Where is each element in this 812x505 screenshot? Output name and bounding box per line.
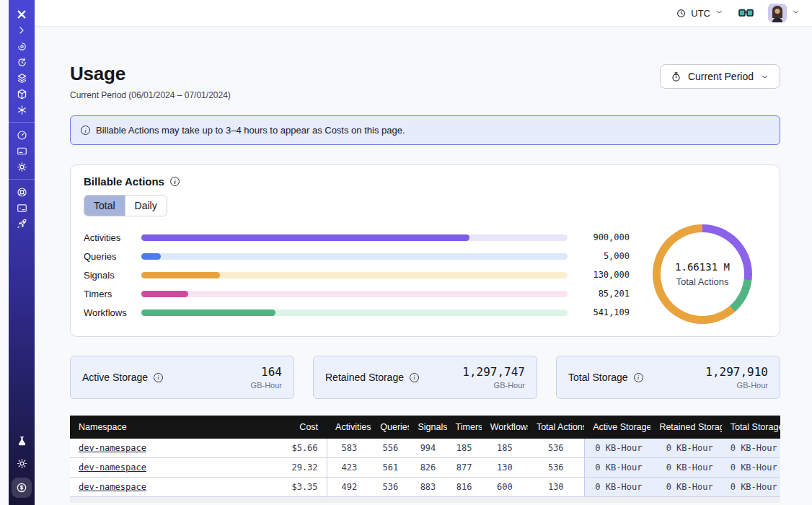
info-icon[interactable]: i — [170, 177, 180, 186]
bar-label: Queries — [84, 251, 131, 262]
billable-bar-row: Queries 5,000 — [84, 251, 630, 260]
table-header-row: NamespaceCostActivitiesQueriesSignalsTim… — [70, 416, 780, 439]
billable-actions-card: Billable Actions i Total Daily Activitie… — [70, 164, 780, 337]
cell-active-storage: 0 KB-Hour — [584, 478, 650, 497]
total-actions-donut: 1.66131 M Total Actions — [648, 224, 756, 325]
bar-value: 5,000 — [578, 251, 630, 261]
info-icon[interactable]: i — [410, 373, 419, 382]
bar-track — [141, 253, 568, 260]
namespaces-spiral-icon[interactable] — [12, 38, 32, 54]
bar-track — [141, 291, 568, 297]
labs-flask-icon[interactable] — [12, 433, 32, 449]
support-lifebuoy-icon[interactable] — [12, 184, 32, 200]
cell-queries: 556 — [371, 439, 409, 458]
total-storage-value: 1,297,910 — [705, 365, 768, 379]
active-storage-unit: GB-Hour — [251, 381, 282, 390]
cell-workflows: 600 — [482, 478, 528, 497]
settings-gear-icon[interactable] — [12, 159, 32, 175]
cell-queries: 536 — [371, 478, 409, 497]
period-button-label: Current Period — [688, 71, 754, 82]
info-icon: i — [81, 126, 90, 135]
namespace-link[interactable]: dev-namespace — [79, 462, 146, 473]
cell-retained-storage: 0 KB-Hour — [650, 478, 721, 497]
column-header-timers: Timers — [447, 416, 482, 439]
temporal-logo[interactable] — [12, 6, 32, 22]
page-content: Usage Current Period (06/01/2024 – 07/01… — [35, 27, 812, 505]
schedules-retry-clock-icon[interactable] — [12, 54, 32, 70]
bar-fill — [141, 253, 161, 260]
table-row: dev-namespace29.324235618268771305360 KB… — [70, 458, 780, 478]
billing-card-icon[interactable] — [12, 143, 32, 159]
page-title: Usage — [70, 63, 231, 85]
cell-total-actions: 130 — [528, 478, 584, 497]
active-storage-card: Active Storage i 164 GB-Hour — [70, 356, 294, 399]
main-area: UTC Usage Current Period (06/01/2024 – 0… — [35, 0, 812, 505]
user-menu[interactable] — [768, 4, 800, 22]
sidebar-bottom-group — [12, 433, 32, 498]
donut-total-label: Total Actions — [676, 276, 729, 287]
page-subtitle: Current Period (06/01/2024 – 07/01/2024) — [70, 90, 231, 100]
chevron-down-icon — [715, 7, 724, 19]
bar-value: 85,201 — [578, 289, 630, 299]
billable-bar-row: Activities 900,000 — [84, 232, 630, 242]
period-selector-button[interactable]: Current Period — [660, 64, 780, 89]
bar-label: Workflows — [84, 307, 131, 318]
column-header-workflows: Workflows — [482, 416, 528, 439]
cube-icon[interactable] — [12, 86, 32, 102]
retained-storage-value: 1,297,747 — [462, 365, 525, 379]
usage-gauge-icon[interactable] — [12, 127, 32, 143]
cell-total-storage: 0 KB-Hour — [722, 458, 780, 478]
total-storage-unit: GB-Hour — [705, 381, 768, 390]
stopwatch-icon — [671, 71, 681, 82]
table-row: dev-namespace$3.354925368838166001300 KB… — [70, 478, 780, 497]
billing-dollar-icon[interactable] — [12, 478, 32, 498]
partial-next-row — [70, 497, 780, 503]
bar-track — [141, 234, 568, 241]
cell-signals: 826 — [409, 458, 446, 478]
terminal-icon[interactable] — [12, 200, 32, 216]
cell-workflows: 130 — [482, 458, 528, 478]
tab-daily[interactable]: Daily — [125, 196, 167, 216]
banner-text: Billable Actions may take up to 3–4 hour… — [96, 125, 405, 136]
timezone-selector[interactable]: UTC — [676, 7, 724, 19]
user-avatar — [768, 4, 787, 22]
left-gutter — [0, 0, 9, 505]
namespace-link[interactable]: dev-namespace — [79, 482, 146, 492]
nexus-asterisk-icon[interactable] — [12, 102, 32, 118]
bar-label: Activities — [84, 232, 131, 243]
cell-namespace: dev-namespace — [70, 458, 253, 478]
billable-bar-row: Workflows 541,109 — [84, 307, 630, 317]
glasses-icon[interactable] — [738, 9, 754, 18]
usage-table: NamespaceCostActivitiesQueriesSignalsTim… — [70, 416, 780, 503]
chevron-right-icon[interactable] — [12, 22, 32, 38]
cell-cost: $3.35 — [253, 478, 327, 497]
layers-icon[interactable] — [12, 70, 32, 86]
rocket-icon[interactable] — [12, 216, 32, 232]
bar-value: 541,109 — [578, 307, 630, 317]
cell-queries: 561 — [371, 458, 409, 478]
bar-label: Timers — [84, 289, 131, 299]
bar-fill — [141, 272, 220, 278]
namespace-link[interactable]: dev-namespace — [79, 443, 146, 453]
top-bar: UTC — [35, 0, 812, 27]
billable-actions-title: Billable Actions — [84, 175, 164, 188]
cell-total-actions: 536 — [528, 439, 584, 458]
tab-total[interactable]: Total — [84, 196, 125, 216]
storage-summary-row: Active Storage i 164 GB-Hour Retained St… — [70, 356, 780, 399]
column-header-total-storage: Total Storage — [722, 416, 780, 439]
cell-cost: $5.66 — [253, 439, 327, 458]
cell-cost: 29.32 — [253, 458, 327, 478]
sidebar-divider — [9, 179, 35, 180]
cell-activities: 583 — [327, 439, 371, 458]
cell-signals: 994 — [409, 439, 446, 458]
cell-activities: 423 — [327, 458, 371, 478]
table-row: dev-namespace$5.665835569941851855360 KB… — [70, 439, 780, 458]
cell-retained-storage: 0 KB-Hour — [650, 458, 721, 478]
info-banner: i Billable Actions may take up to 3–4 ho… — [70, 115, 780, 145]
total-storage-card: Total Storage i 1,297,910 GB-Hour — [556, 356, 780, 399]
info-icon[interactable]: i — [154, 373, 163, 382]
cell-namespace: dev-namespace — [70, 439, 253, 458]
info-icon[interactable]: i — [634, 373, 643, 382]
theme-sun-icon[interactable] — [12, 455, 32, 471]
retained-storage-card: Retained Storage i 1,297,747 GB-Hour — [313, 356, 537, 399]
